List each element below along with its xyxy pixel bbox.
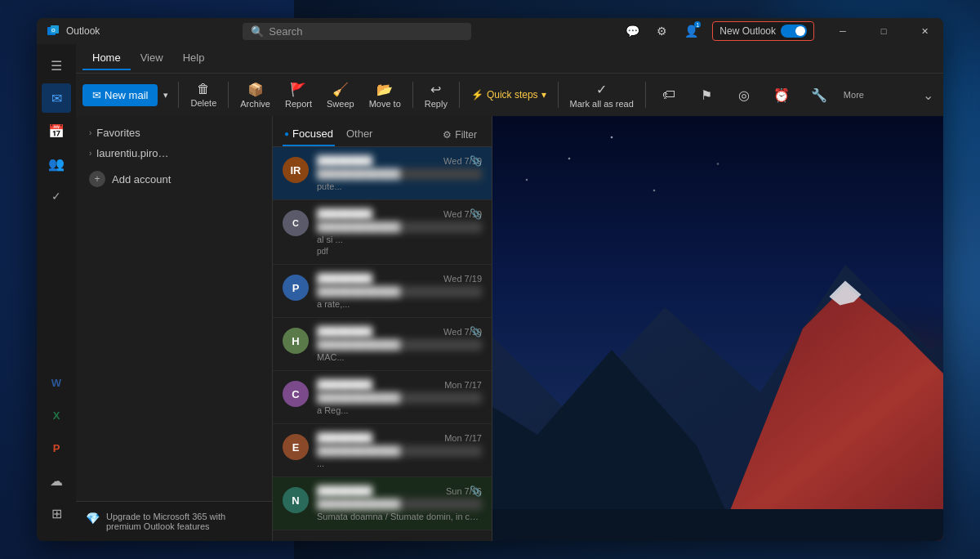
tasks-icon: ✓ (51, 190, 61, 203)
delete-button[interactable]: 🗑 Delete (184, 78, 223, 111)
mail-icon: ✉ (51, 91, 62, 106)
minimize-button[interactable]: ─ (824, 18, 862, 44)
email-preview: Sumata doamna / Stumate domin, in calit.… (317, 512, 482, 521)
email-item[interactable]: E ████████ Mon 7/17 ████████████ ... (273, 424, 492, 477)
email-sender: ████████ (317, 485, 372, 497)
sidebar-item-powerpoint[interactable]: P (42, 433, 71, 463)
app-title: Outlook (66, 25, 100, 37)
email-content: ████████ Wed 7/19 ████████████ al si ...… (317, 208, 482, 256)
maximize-button[interactable]: □ (865, 18, 902, 44)
rules-button[interactable]: ⏰ (764, 84, 800, 106)
account-button[interactable]: 👤 1 (679, 20, 702, 42)
title-bar-center: 🔍 (100, 23, 614, 40)
tab-view[interactable]: View (131, 47, 173, 70)
email-item[interactable]: N ████████ Sun 7/16 ████████████ Sumata … (273, 477, 492, 530)
move-icon: 📂 (376, 82, 393, 97)
sidebar-item-mail[interactable]: ✉ (42, 83, 71, 113)
sidebar-item-apps[interactable]: ⊞ (42, 499, 71, 528)
sidebar-item-people[interactable]: 👥 (42, 149, 71, 178)
excel-icon: X (53, 409, 60, 422)
sidebar-item-word[interactable]: W (42, 368, 71, 397)
tab-other[interactable]: Other (345, 123, 375, 146)
sidebar-item-tasks[interactable]: ✓ (42, 181, 71, 211)
checkmark-icon: ✓ (596, 82, 607, 97)
folder-label-account: laurentiu.piro… (96, 147, 168, 159)
sidebar-item-excel[interactable]: X (42, 400, 71, 430)
email-item[interactable]: C ████████ Wed 7/19 ████████████ al si .… (273, 200, 492, 265)
feedback-button[interactable]: 💬 (621, 20, 644, 42)
separator-3 (412, 82, 413, 108)
email-content: ████████ Sun 7/16 ████████████ Sumata do… (317, 485, 482, 521)
sweep-button[interactable]: 🧹 Sweep (320, 78, 361, 112)
tag-icon: 🏷 (662, 87, 675, 102)
search-input[interactable] (269, 25, 448, 38)
focused-radio-icon: ● (284, 129, 289, 138)
avatar: C (283, 381, 309, 407)
new-mail-dropdown[interactable]: ▾ (158, 87, 173, 104)
folder-section: › Favorites › laurentiu.piro… + Add acco… (76, 116, 272, 198)
folder-label-favorites: Favorites (96, 127, 140, 139)
tab-help[interactable]: Help (173, 47, 215, 70)
attachment-icon: 📎 (470, 326, 482, 338)
email-item[interactable]: IR ████████ Wed 7/19 ████████████ pute..… (273, 147, 492, 200)
view-settings-button[interactable]: 🔧 (801, 84, 837, 106)
expand-ribbon-button[interactable]: ⌄ (920, 84, 937, 106)
flag-button[interactable]: ⚑ (688, 84, 724, 106)
add-account-button[interactable]: + Add account (82, 167, 265, 191)
ribbon: Home View Help ✉ New mail ▾ (76, 44, 943, 116)
archive-button[interactable]: 📦 Archive (234, 78, 277, 112)
report-button[interactable]: 🚩 Report (278, 78, 318, 112)
upgrade-icon: 💎 (86, 512, 100, 525)
separator-1 (178, 82, 179, 108)
email-date: Mon 7/17 (444, 380, 482, 390)
email-header: ████████ Wed 7/19 (317, 208, 482, 220)
settings-button[interactable]: ⚙ (650, 20, 673, 42)
quick-steps-button[interactable]: ⚡ Quick steps ▾ (471, 89, 546, 101)
email-sender: ████████ (317, 273, 372, 284)
sidebar-item-calendar[interactable]: 📅 (42, 116, 71, 145)
word-icon: W (51, 377, 61, 389)
tab-home[interactable]: Home (82, 47, 131, 70)
new-mail-button[interactable]: ✉ New mail (82, 84, 158, 106)
folder-item-account[interactable]: › laurentiu.piro… (82, 143, 265, 163)
email-preview: pute... (317, 181, 482, 191)
avatar: IR (283, 157, 309, 183)
email-item[interactable]: C ████████ Mon 7/17 ████████████ a Reg..… (273, 371, 492, 424)
move-to-button[interactable]: 📂 Move to (363, 78, 408, 112)
title-bar: O Outlook 🔍 💬 ⚙ 👤 1 (37, 18, 943, 44)
reply-button[interactable]: ↩ Reply (418, 78, 454, 112)
close-button[interactable]: ✕ (906, 18, 943, 44)
email-item[interactable]: H ████████ Wed 7/19 ████████████ MAC... … (273, 318, 492, 371)
email-subject: ████████████ (317, 445, 482, 457)
new-outlook-switch[interactable] (781, 25, 807, 38)
view-settings-icon: 🔧 (811, 87, 827, 103)
avatar: E (283, 434, 309, 460)
tab-focused[interactable]: ● Focused (283, 123, 335, 146)
filter-button[interactable]: ⚙ Filter (438, 126, 482, 144)
new-mail-icon: ✉ (92, 89, 101, 101)
separator-4 (459, 82, 460, 108)
new-outlook-toggle-container[interactable]: New Outlook (712, 21, 814, 41)
email-item[interactable]: P ████████ Wed 7/19 ████████████ a rate,… (273, 265, 492, 318)
hamburger-icon: ☰ (51, 58, 62, 74)
email-items-list: IR ████████ Wed 7/19 ████████████ pute..… (273, 147, 492, 541)
email-list-panel: ● Focused Other ⚙ Filter (272, 116, 492, 541)
email-sender: ████████ (317, 379, 372, 391)
category-button[interactable]: ◎ (726, 84, 762, 106)
folder-item-favorites[interactable]: › Favorites (82, 123, 265, 143)
hamburger-menu[interactable]: ☰ (42, 51, 71, 80)
sidebar-item-onedrive[interactable]: ☁ (42, 466, 71, 495)
notification-badge: 1 (694, 21, 701, 28)
mark-all-read-button[interactable]: ✓ Mark all as read (564, 78, 640, 112)
search-bar[interactable]: 🔍 (243, 23, 471, 40)
email-preview: a Reg... (317, 405, 482, 415)
more-commands-button[interactable]: More (839, 87, 869, 103)
email-content: ████████ Mon 7/17 ████████████ ... (317, 432, 482, 468)
search-icon: 🔍 (251, 25, 264, 38)
preview-background (492, 116, 943, 541)
title-bar-action-icons: 💬 ⚙ 👤 1 (614, 20, 709, 42)
tag-button[interactable]: 🏷 (651, 84, 687, 105)
chevron-right-icon-favorites: › (89, 128, 91, 137)
report-icon: 🚩 (290, 82, 306, 97)
email-sender: ████████ (317, 326, 372, 338)
